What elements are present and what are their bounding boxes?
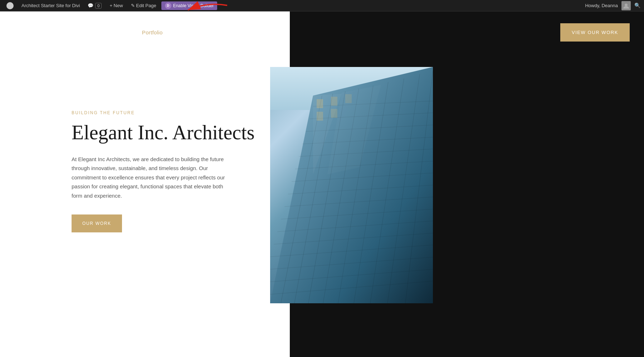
view-our-work-button[interactable]: VIEW OUR WORK (560, 23, 630, 42)
svg-rect-34 (317, 112, 323, 121)
nav-services[interactable]: Services (108, 29, 130, 35)
comment-item[interactable]: 💬 0 (85, 0, 104, 11)
wp-logo-item[interactable] (4, 0, 16, 11)
hero-section: BUILDING THE FUTURE Elegant Inc. Archite… (0, 53, 290, 232)
nav-portfolio[interactable]: Portfolio (142, 29, 163, 35)
admin-bar-right: Howdy, Deanna 🔍 (585, 1, 640, 10)
new-button[interactable]: + New (107, 0, 126, 11)
site-logo[interactable]: D (14, 20, 39, 45)
user-avatar[interactable] (621, 1, 631, 10)
svg-rect-33 (345, 94, 352, 103)
nav-contact[interactable]: Contact (229, 29, 248, 35)
visual-builder-label: Enable Visual Builder (173, 3, 214, 8)
building-image (270, 67, 433, 303)
building-svg (270, 67, 433, 303)
admin-search-icon[interactable]: 🔍 (634, 3, 640, 9)
site-header: D Home About Services Portfolio Project … (0, 11, 644, 53)
svg-rect-31 (317, 99, 323, 108)
our-work-button[interactable]: OUR WORK (72, 214, 122, 232)
site-wrapper: D Home About Services Portfolio Project … (0, 11, 644, 357)
nav-about[interactable]: About (81, 29, 96, 35)
hero-body: At Elegant Inc Architects, we are dedica… (72, 155, 225, 201)
svg-point-1 (625, 4, 628, 6)
hero-title: Elegant Inc. Architects (72, 122, 268, 144)
wordpress-logo (6, 2, 14, 9)
nav-project[interactable]: Project (175, 29, 193, 35)
comment-icon: 💬 (88, 3, 93, 8)
svg-rect-35 (331, 109, 337, 118)
nav-search-icon[interactable]: ⚬ (262, 29, 267, 36)
site-name-item[interactable]: Architect Starter Site for Divi (19, 0, 83, 11)
comment-count: 0 (95, 3, 102, 9)
site-name-label: Architect Starter Site for Divi (21, 3, 80, 8)
admin-bar: Architect Starter Site for Divi 💬 0 + Ne… (0, 0, 644, 11)
howdy-text: Howdy, Deanna (585, 3, 618, 8)
svg-rect-32 (331, 97, 337, 106)
enable-visual-builder-button[interactable]: D Enable Visual Builder (161, 1, 218, 10)
nav-home[interactable]: Home (54, 29, 68, 35)
edit-page-button[interactable]: ✎ Edit Page (128, 0, 159, 11)
hero-subtitle: BUILDING THE FUTURE (72, 110, 268, 115)
divi-icon: D (165, 3, 171, 9)
nav-blog[interactable]: Blog (205, 29, 216, 35)
main-navigation: Home About Services Portfolio Project Bl… (54, 29, 560, 36)
